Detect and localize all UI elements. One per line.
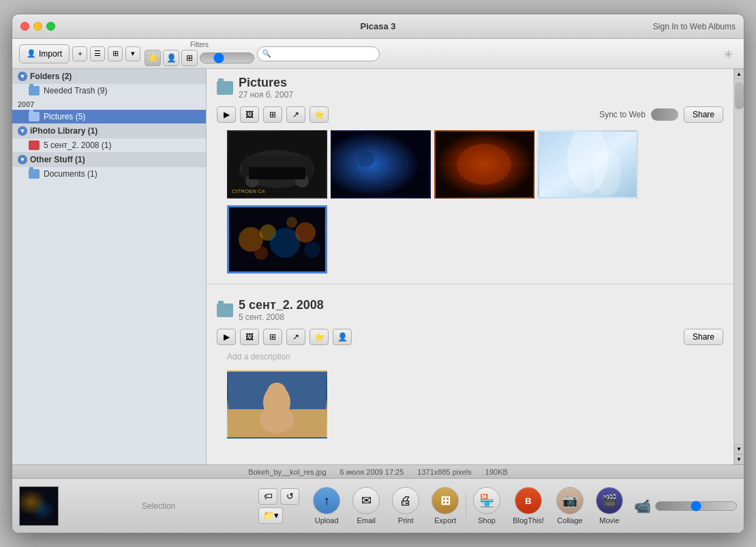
shop-icon: 🏪 — [473, 487, 500, 514]
sidebar-item-documents[interactable]: Documents (1) — [12, 167, 206, 181]
album-folder-icon — [217, 81, 233, 95]
album-iphoto-section: 5 сент_2. 2008 5 сент. 2008 ▶ 🖼 ⊞ ↗ ⭐ 👤 … — [207, 291, 734, 442]
star-button[interactable]: ⭐ — [309, 106, 329, 123]
play-button-2[interactable]: ▶ — [217, 329, 236, 345]
filter-slider[interactable] — [200, 53, 254, 63]
photo-inner — [229, 207, 325, 271]
plus-icon: ＋ — [76, 48, 84, 59]
status-filename: Bokeh_by__kol_res.jpg — [248, 468, 326, 476]
photo-inner — [436, 132, 533, 197]
sidebar-item-label: Needed Trash (9) — [44, 86, 107, 95]
photo-inner — [332, 132, 429, 197]
email-button[interactable]: ✉ Email — [347, 484, 385, 527]
photo-grid-1: CITROEN C4 — [217, 127, 723, 202]
sidebar-item-iphoto[interactable]: 5 сент_2. 2008 (1) — [12, 138, 206, 152]
sidebar-item-pictures[interactable]: Pictures (5) — [12, 110, 206, 123]
album-pictures-section: Pictures 27 ноя б. 2007 ▶ 🖼 ⊞ ↗ ⭐ Sync t… — [207, 69, 734, 277]
album-title-2: 5 сент_2. 2008 — [239, 298, 324, 312]
import-button[interactable]: 👤 Import — [19, 44, 70, 63]
camera-icon: 📹 — [634, 498, 651, 514]
main-toolbar: 👤 Import ＋ ☰ ⊞ ▾ Filters ⭐ 👤 ⊞ — [12, 39, 744, 69]
minimize-button[interactable] — [33, 22, 42, 31]
bottom-action-buttons: 🏷 ↺ 📁▾ — [258, 488, 299, 524]
share-grid-button-2[interactable]: ⊞ — [263, 329, 282, 345]
scroll-thumb[interactable] — [735, 82, 744, 109]
close-button[interactable] — [20, 22, 29, 31]
order-print-button-2[interactable]: 🖼 — [240, 329, 259, 345]
add-description[interactable]: Add a description — [217, 349, 723, 367]
star-button-2[interactable]: ⭐ — [309, 329, 329, 345]
sign-in-link[interactable]: Sign In to Web Albums — [653, 22, 736, 31]
filter-toolbar: Filters ⭐ 👤 ⊞ 🔍 ✳ — [145, 41, 737, 66]
scrollbar[interactable]: ▲ ▼ ▼ — [734, 69, 744, 464]
collage-button[interactable]: 📷 Collage — [551, 484, 589, 527]
sync-toggle[interactable] — [651, 108, 678, 121]
print-button[interactable]: 🖨 Print — [387, 484, 425, 527]
filter-grid-button[interactable]: ⊞ — [181, 50, 198, 66]
photo-inner: CITROEN C4 — [228, 132, 326, 197]
other-section-header[interactable]: ▼ Other Stuff (1) — [12, 152, 206, 167]
photo-thumb[interactable] — [331, 130, 431, 198]
scroll-down-arrow-2[interactable]: ▼ — [734, 454, 744, 464]
share-grid-button[interactable]: ⊞ — [263, 106, 282, 123]
rotate-ccw-button[interactable]: ↺ — [280, 488, 299, 505]
photo-thumb-baby[interactable] — [227, 370, 327, 439]
titlebar: Picasa 3 Sign In to Web Albums — [12, 14, 744, 39]
export-button[interactable]: ⊞ Export — [426, 484, 464, 527]
album-toolbar: ▶ 🖼 ⊞ ↗ ⭐ Sync to Web Share — [217, 102, 723, 127]
album-title-group-2: 5 сент_2. 2008 5 сент. 2008 — [239, 298, 324, 322]
other-label: Other Stuff (1) — [30, 155, 85, 164]
movie-button[interactable]: 🎬 Movie — [590, 484, 629, 527]
filter-person-button[interactable]: 👤 — [163, 50, 179, 66]
photo-area[interactable]: Pictures 27 ноя б. 2007 ▶ 🖼 ⊞ ↗ ⭐ Sync t… — [207, 69, 734, 464]
photo-thumb-bokeh[interactable] — [227, 205, 327, 274]
maximize-button[interactable] — [46, 22, 55, 31]
folder-icon — [29, 86, 40, 95]
movie-label: Movie — [599, 516, 619, 524]
photo-thumb[interactable] — [538, 130, 638, 198]
filter-star-button[interactable]: ⭐ — [145, 50, 161, 66]
search-input[interactable] — [257, 46, 380, 61]
zoom-slider[interactable] — [655, 501, 737, 511]
status-dimensions: 1371x885 pixels — [417, 468, 472, 476]
photo-thumb[interactable] — [434, 130, 534, 198]
chevron-icon: ▾ — [131, 49, 135, 58]
photo-thumb[interactable]: CITROEN C4 — [227, 130, 327, 198]
play-button[interactable]: ▶ — [217, 106, 236, 123]
main-content: ▼ Folders (2) Needed Trash (9) 2007 Pict… — [12, 69, 744, 464]
upload-button[interactable]: ↑ Upload — [307, 484, 346, 527]
spinner-icon: ✳ — [723, 47, 737, 61]
person-button-2[interactable]: 👤 — [333, 329, 352, 345]
sidebar-item-needed-trash[interactable]: Needed Trash (9) — [12, 84, 206, 98]
order-print-button[interactable]: 🖼 — [240, 106, 259, 123]
share-button[interactable]: Share — [684, 106, 723, 123]
grid-view-button[interactable]: ⊞ — [108, 46, 123, 61]
zoom-slider-area: 📹 — [634, 498, 737, 514]
sync-area: Sync to Web Share — [599, 106, 723, 123]
shop-button[interactable]: 🏪 Shop — [468, 484, 506, 527]
photo-grid-1b — [217, 202, 723, 277]
iphoto-label: iPhoto Library (1) — [30, 126, 97, 136]
scroll-down-arrow[interactable]: ▼ — [734, 444, 744, 454]
email-icon: ✉ — [352, 487, 380, 514]
svg-point-24 — [286, 217, 297, 228]
export-button-2[interactable]: ↗ — [286, 329, 305, 345]
print-icon: 🖨 — [392, 487, 419, 514]
svg-point-11 — [358, 151, 374, 167]
tag-button[interactable]: 🏷 — [258, 488, 277, 505]
svg-point-22 — [295, 222, 316, 243]
list-view-button[interactable]: ☰ — [90, 46, 105, 61]
more-button[interactable]: ▾ — [125, 46, 140, 61]
folder-icon — [29, 112, 40, 121]
export-button[interactable]: ↗ — [286, 106, 305, 123]
folders-section-header[interactable]: ▼ Folders (2) — [12, 69, 206, 84]
svg-point-25 — [304, 241, 320, 258]
share-button-2[interactable]: Share — [684, 329, 723, 345]
iphoto-section-header[interactable]: ▼ iPhoto Library (1) — [12, 123, 206, 138]
add-button[interactable]: ＋ — [72, 46, 87, 61]
export-label: Export — [434, 516, 456, 524]
scroll-up-arrow[interactable]: ▲ — [734, 69, 744, 79]
blog-button[interactable]: B BlogThis! — [507, 484, 549, 527]
folder-button[interactable]: 📁▾ — [258, 507, 283, 524]
collage-label: Collage — [557, 516, 582, 524]
